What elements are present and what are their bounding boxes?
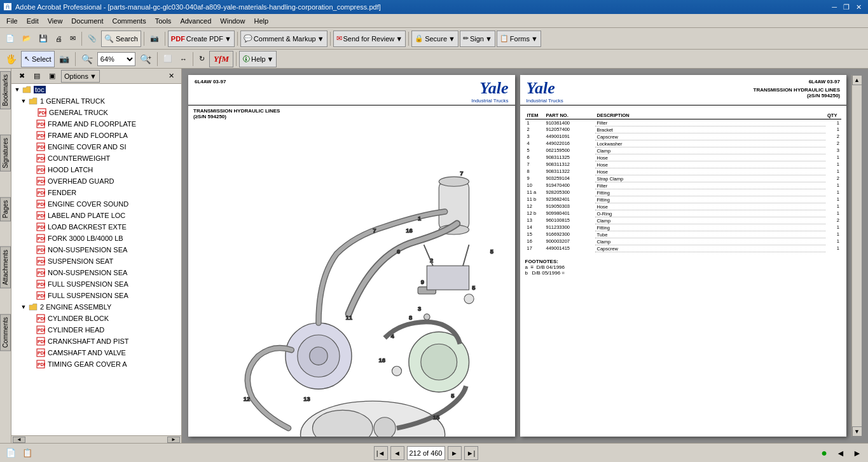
section1-expand-icon[interactable]: ▼: [20, 98, 27, 104]
tree-item-engine-cover-sound[interactable]: PDF ENGINE COVER SOUND: [11, 198, 181, 210]
new-btn[interactable]: 📄: [3, 31, 18, 47]
close-panel-btn[interactable]: ✕: [165, 70, 177, 83]
tree-item-overhead-guard[interactable]: PDF OVERHEAD GUARD: [11, 175, 181, 187]
tree-item-general-truck[interactable]: PDF GENERAL TRUCK: [11, 107, 181, 118]
attachments-tab[interactable]: Attachments: [0, 247, 11, 289]
scroll-right-btn[interactable]: ►: [167, 437, 180, 443]
menu-document[interactable]: Document: [67, 16, 107, 26]
menu-tools[interactable]: Tools: [151, 16, 176, 26]
rotate-btn[interactable]: ↻: [196, 51, 208, 67]
forms-btn[interactable]: 📋 Forms ▼: [497, 31, 541, 47]
menu-edit[interactable]: Edit: [23, 16, 43, 26]
zoom-in-btn[interactable]: 🔍+: [137, 51, 155, 67]
tree-item-crankshaft[interactable]: PDF CRANKSHAFT AND PIST: [11, 336, 181, 347]
tree-scrollbar-h[interactable]: ◄ ►: [11, 435, 181, 443]
tree-area[interactable]: ▼ toc ▼ 1 GENERAL TRUCK PDF G: [11, 84, 181, 435]
first-page-btn[interactable]: |◄: [374, 446, 388, 460]
fit-width-btn[interactable]: ↔: [177, 51, 190, 67]
status-pages-btn[interactable]: 📋: [20, 446, 34, 460]
delete-bookmark-btn[interactable]: ✖: [15, 70, 28, 83]
expand-all-btn[interactable]: ▤: [31, 70, 43, 83]
prev-page-btn[interactable]: ◄: [390, 446, 404, 460]
search-btn-toolbar[interactable]: 🔍 Search: [101, 31, 141, 47]
scroll-left-btn[interactable]: ◄: [13, 437, 25, 443]
table-row: 6908311325Hose1: [525, 154, 842, 161]
zoom-select[interactable]: 64% 50% 75% 100% 125% 150%: [97, 52, 135, 66]
status-green-btn[interactable]: ●: [817, 446, 831, 460]
menu-window[interactable]: Window: [216, 16, 249, 26]
status-fwd-btn[interactable]: ►: [850, 446, 864, 460]
tree-item-camshaft[interactable]: PDF CAMSHAFT AND VALVE: [11, 347, 181, 358]
sign-btn[interactable]: ✏ Sign ▼: [460, 31, 495, 47]
open-btn[interactable]: 📂: [19, 31, 34, 47]
next-page-btn[interactable]: ►: [448, 446, 462, 460]
tree-item-non-sus-seat1[interactable]: PDF NON-SUSPENSION SEA: [11, 244, 181, 255]
svg-text:11: 11: [345, 314, 352, 321]
email-btn[interactable]: ✉: [67, 31, 79, 47]
right-scrollbar[interactable]: ▲ ▼: [851, 75, 862, 437]
tree-item-fender[interactable]: PDF FENDER: [11, 187, 181, 198]
restore-btn[interactable]: ❐: [841, 3, 852, 11]
status-props-btn[interactable]: 📄: [4, 446, 18, 460]
table-row: 13960100815Clamp2: [525, 217, 842, 224]
menu-comments[interactable]: Comments: [109, 16, 150, 26]
tree-item-timing-gear[interactable]: PDF TIMING GEAR COVER A: [11, 358, 181, 370]
select-tool-btn[interactable]: ↖ Select: [21, 51, 55, 67]
menu-file[interactable]: File: [3, 16, 22, 26]
scroll-down-btn[interactable]: ▼: [852, 426, 862, 437]
tree-item-cylinder-block[interactable]: PDF CYLINDER BLOCK: [11, 313, 181, 324]
scroll-up-btn[interactable]: ▲: [852, 75, 862, 85]
tree-item-cylinder-head[interactable]: PDF CYLINDER HEAD: [11, 324, 181, 336]
collapse-all-btn[interactable]: ▣: [46, 70, 59, 83]
svg-point-47: [439, 177, 469, 186]
tree-item-counterweight[interactable]: PDF COUNTERWEIGHT: [11, 153, 181, 164]
minimize-btn[interactable]: ─: [829, 3, 839, 11]
comment-markup-btn[interactable]: 💬 Comment & Markup ▼: [240, 31, 327, 47]
section2-item[interactable]: ▼ 2 ENGINE ASSEMBLY: [11, 301, 181, 313]
tree-item-non-sus-seat2[interactable]: PDF NON-SUSPENSION SEA: [11, 267, 181, 278]
options-btn[interactable]: Options ▼: [61, 70, 100, 83]
cell-desc: Filter: [595, 182, 826, 189]
hand-tool-btn[interactable]: 🖐: [3, 51, 20, 67]
tree-item-engine-cover-si[interactable]: PDF ENGINE COVER AND SI: [11, 141, 181, 153]
pdf-content-area[interactable]: 6L4AW 03-97 Yale Industrial Trucks TRANS…: [182, 69, 868, 443]
yale-logo-btn[interactable]: YfM: [209, 51, 233, 67]
fit-page-btn[interactable]: ⬜: [160, 51, 176, 67]
create-pdf-btn[interactable]: PDF Create PDF ▼: [168, 31, 235, 47]
snapshot-tool-btn[interactable]: 📷: [56, 51, 72, 67]
drawing-area: 7 17 13: [188, 121, 515, 437]
tree-item-frame-floorplate2[interactable]: PDF FRAME AND FLOORPLA: [11, 130, 181, 141]
zoom-out-btn[interactable]: 🔍−: [78, 51, 96, 67]
tree-item-frame-floorplate1[interactable]: PDF FRAME AND FLOORPLATE: [11, 118, 181, 130]
attach-btn[interactable]: 📎: [85, 31, 100, 47]
tree-root[interactable]: ▼ toc: [11, 84, 181, 95]
menu-advanced[interactable]: Advanced: [176, 16, 215, 26]
page-number-input[interactable]: [407, 446, 445, 460]
secure-btn[interactable]: 🔒 Secure ▼: [411, 31, 458, 47]
tree-item-sus-seat[interactable]: PDF SUSPENSION SEAT: [11, 255, 181, 267]
close-btn[interactable]: ✕: [853, 3, 864, 11]
tree-item-full-sus-seat2[interactable]: PDF FULL SUSPENSION SEA: [11, 290, 181, 301]
section1-item[interactable]: ▼ 1 GENERAL TRUCK: [11, 95, 181, 107]
tree-item-label-plate[interactable]: PDF LABEL AND PLATE LOC: [11, 210, 181, 221]
tree-item-fork[interactable]: PDF FORK 3000 LB/4000 LB: [11, 233, 181, 244]
snapshot-btn[interactable]: 📷: [147, 31, 162, 47]
menu-view[interactable]: View: [44, 16, 67, 26]
bookmarks-tab[interactable]: Bookmarks: [0, 71, 11, 109]
pages-tab[interactable]: Pages: [0, 197, 11, 221]
tree-item-hood-latch[interactable]: PDF HOOD LATCH: [11, 164, 181, 175]
print-btn[interactable]: 🖨: [52, 31, 65, 47]
tree-item-load-backrest[interactable]: PDF LOAD BACKREST EXTE: [11, 221, 181, 233]
signatures-tab[interactable]: Signatures: [0, 135, 11, 172]
save-btn[interactable]: 💾: [36, 31, 51, 47]
comments-tab[interactable]: Comments: [0, 314, 11, 351]
menu-help[interactable]: Help: [250, 16, 272, 26]
root-expand-icon[interactable]: ▼: [14, 86, 20, 93]
tree-item-full-sus-seat1[interactable]: PDF FULL SUSPENSION SEA: [11, 278, 181, 290]
last-page-btn[interactable]: ►|: [464, 446, 478, 460]
status-back-btn[interactable]: ◄: [834, 446, 848, 460]
help-btn[interactable]: 🛈 Help ▼: [239, 51, 277, 67]
send-review-btn[interactable]: ✉ Send for Review ▼: [333, 31, 406, 47]
secure-arrow: ▼: [448, 35, 455, 43]
section2-expand-icon[interactable]: ▼: [20, 304, 27, 310]
